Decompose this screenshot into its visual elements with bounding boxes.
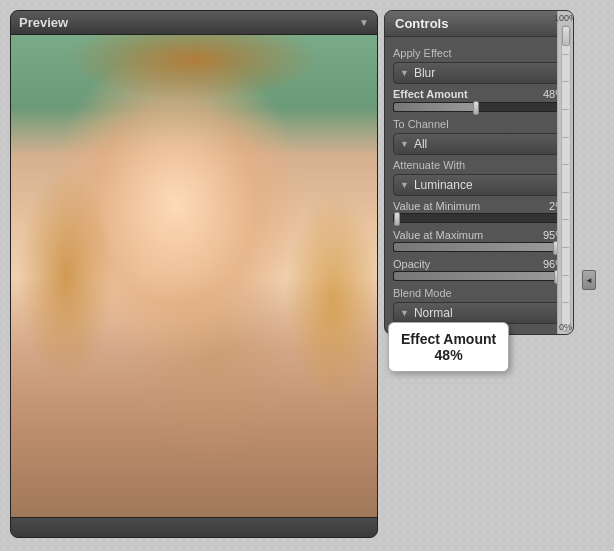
- opacity-slider[interactable]: [393, 271, 565, 281]
- scrollbar-ticks: [562, 26, 570, 331]
- value-min-slider[interactable]: [393, 213, 565, 223]
- attenuate-with-value: Luminance: [414, 178, 473, 192]
- effect-amount-row: Effect Amount 48%: [393, 88, 565, 100]
- effect-amount-fill: [394, 103, 476, 111]
- tick-6: [562, 164, 568, 165]
- tick-5: [562, 137, 568, 138]
- tick-10: [562, 275, 568, 276]
- effect-amount-label: Effect Amount: [393, 88, 468, 100]
- opacity-label: Opacity: [393, 258, 430, 270]
- preview-title: Preview: [19, 15, 68, 30]
- controls-title: Controls: [395, 16, 448, 31]
- vertical-scrollbar[interactable]: 100% 0%: [557, 11, 573, 334]
- controls-titlebar: Controls: [385, 11, 573, 37]
- to-channel-arrow-icon: ▼: [400, 139, 409, 149]
- attenuate-arrow-icon: ▼: [400, 180, 409, 190]
- value-max-label: Value at Maximum: [393, 229, 483, 241]
- blend-mode-value: Normal: [414, 306, 453, 320]
- tick-11: [562, 302, 568, 303]
- opacity-fill: [394, 272, 557, 280]
- blend-mode-dropdown[interactable]: ▼ Normal: [393, 302, 565, 324]
- blend-mode-label: Blend Mode: [393, 287, 565, 299]
- controls-panel: Controls Apply Effect ▼ Blur Effect Amou…: [384, 10, 574, 335]
- apply-effect-label: Apply Effect: [393, 47, 565, 59]
- controls-body: Apply Effect ▼ Blur Effect Amount 48% To…: [385, 37, 573, 334]
- scrollbar-track[interactable]: [561, 25, 571, 332]
- blend-mode-arrow-icon: ▼: [400, 308, 409, 318]
- scrollbar-top-label: 100%: [554, 13, 574, 23]
- scrollbar-bottom-label: 0%: [559, 322, 572, 332]
- effect-amount-thumb[interactable]: [473, 101, 479, 115]
- scrollbar-thumb[interactable]: [562, 26, 570, 46]
- preview-bottom-bar: [11, 517, 377, 537]
- value-max-row: Value at Maximum 95%: [393, 229, 565, 241]
- value-max-slider[interactable]: [393, 242, 565, 252]
- side-expand-button[interactable]: ◄: [582, 270, 596, 290]
- attenuate-with-label: Attenuate With: [393, 159, 565, 171]
- tooltip-value: 48%: [401, 347, 496, 363]
- tick-2: [562, 54, 568, 55]
- effect-amount-slider[interactable]: [393, 102, 565, 112]
- apply-effect-dropdown[interactable]: ▼ Blur: [393, 62, 565, 84]
- value-max-fill: [394, 243, 556, 251]
- tooltip-popup: Effect Amount 48%: [388, 322, 509, 372]
- tick-3: [562, 81, 568, 82]
- to-channel-value: All: [414, 137, 427, 151]
- preview-image: [11, 35, 377, 517]
- preview-panel: Preview ▼: [10, 10, 378, 538]
- to-channel-label: To Channel: [393, 118, 565, 130]
- value-min-row: Value at Minimum 2%: [393, 200, 565, 212]
- tick-9: [562, 247, 568, 248]
- tick-4: [562, 109, 568, 110]
- tooltip-title: Effect Amount: [401, 331, 496, 347]
- value-min-thumb[interactable]: [394, 212, 400, 226]
- apply-effect-arrow-icon: ▼: [400, 68, 409, 78]
- tick-7: [562, 192, 568, 193]
- preview-arrow-icon: ▼: [359, 17, 369, 28]
- value-min-label: Value at Minimum: [393, 200, 480, 212]
- preview-titlebar: Preview ▼: [11, 11, 377, 35]
- to-channel-dropdown[interactable]: ▼ All: [393, 133, 565, 155]
- apply-effect-value: Blur: [414, 66, 435, 80]
- opacity-row: Opacity 96%: [393, 258, 565, 270]
- tick-8: [562, 219, 568, 220]
- attenuate-with-dropdown[interactable]: ▼ Luminance: [393, 174, 565, 196]
